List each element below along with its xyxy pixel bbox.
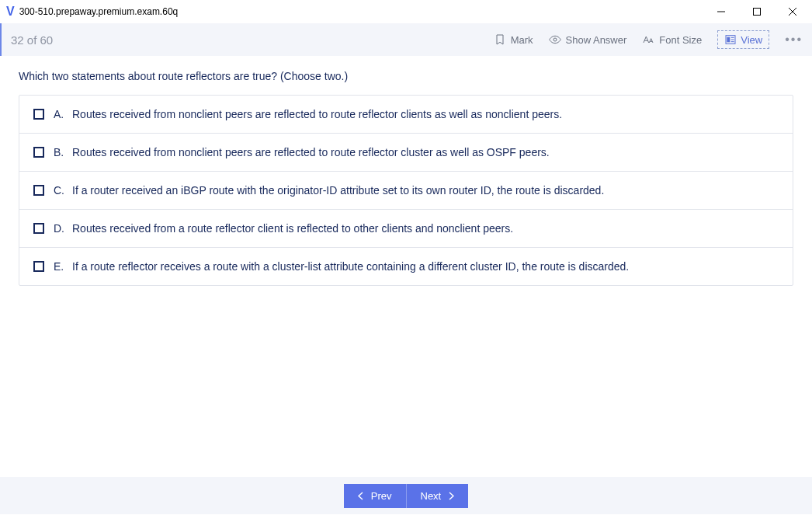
option-text: If a router received an iBGP route with … [72, 184, 604, 197]
mark-button[interactable]: Mark [494, 33, 533, 46]
font-size-label: Font Size [659, 34, 702, 46]
view-label: View [741, 34, 762, 46]
checkbox-icon [33, 185, 44, 196]
chevron-left-icon [358, 492, 363, 500]
option-text: If a route reflector receives a route wi… [72, 260, 629, 273]
font-size-icon [642, 33, 654, 46]
toolbar-actions: Mark Show Answer Font Size View ••• [494, 30, 803, 49]
content-area: Which two statements about route reflect… [0, 56, 812, 300]
bottom-bar: Prev Next [0, 477, 812, 514]
maximize-button[interactable] [739, 0, 775, 23]
minimize-button[interactable] [703, 0, 739, 23]
option-e[interactable]: E. If a route reflector receives a route… [19, 248, 793, 285]
checkbox-icon [33, 261, 44, 272]
option-text: Routes received from nonclient peers are… [72, 108, 562, 120]
checkbox-icon [33, 223, 44, 234]
next-button[interactable]: Next [407, 484, 469, 508]
option-c[interactable]: C. If a router received an iBGP route wi… [19, 172, 793, 210]
checkbox-icon [33, 147, 44, 158]
show-answer-button[interactable]: Show Answer [549, 33, 627, 46]
app-icon: V [6, 5, 15, 19]
option-letter: D. [54, 222, 68, 235]
option-letter: B. [54, 146, 68, 158]
toolbar: 32 of 60 Mark Show Answer Font Size View… [0, 23, 812, 56]
question-progress: 32 of 60 [11, 33, 494, 47]
prev-button[interactable]: Prev [344, 484, 407, 508]
next-label: Next [421, 490, 442, 502]
option-d[interactable]: D. Routes received from a route reflecto… [19, 210, 793, 248]
list-icon [724, 33, 737, 46]
titlebar: V 300-510.prepaway.premium.exam.60q [0, 0, 812, 23]
checkbox-icon [33, 109, 44, 120]
mark-label: Mark [511, 34, 533, 46]
svg-rect-1 [754, 9, 761, 16]
chevron-right-icon [449, 492, 454, 500]
option-text: Routes received from a route reflector c… [72, 222, 513, 235]
view-button[interactable]: View [717, 30, 769, 49]
option-letter: E. [54, 260, 68, 273]
option-a[interactable]: A. Routes received from nonclient peers … [19, 96, 793, 134]
window-controls [703, 0, 810, 23]
font-size-button[interactable]: Font Size [642, 33, 702, 46]
prev-label: Prev [371, 490, 392, 502]
svg-rect-6 [727, 37, 730, 43]
eye-icon [549, 33, 561, 46]
window-title: 300-510.prepaway.premium.exam.60q [19, 6, 703, 17]
option-text: Routes received from nonclient peers are… [72, 146, 550, 158]
question-text: Which two statements about route reflect… [19, 70, 793, 82]
svg-point-4 [553, 38, 557, 41]
option-letter: A. [54, 108, 68, 120]
bookmark-icon [494, 33, 506, 46]
close-button[interactable] [775, 0, 810, 23]
nav-buttons: Prev Next [344, 484, 468, 508]
option-b[interactable]: B. Routes received from nonclient peers … [19, 134, 793, 172]
more-button[interactable]: ••• [785, 33, 803, 47]
show-answer-label: Show Answer [566, 34, 627, 46]
option-letter: C. [54, 184, 68, 197]
options-container: A. Routes received from nonclient peers … [19, 95, 793, 286]
